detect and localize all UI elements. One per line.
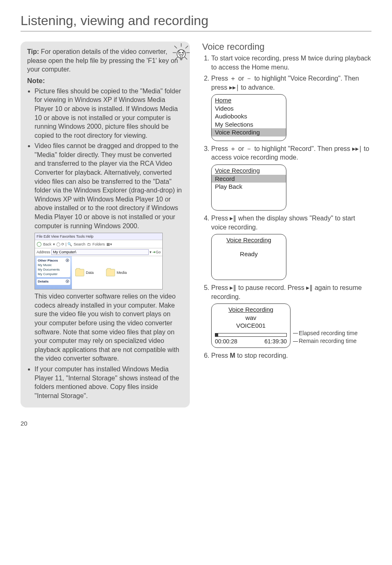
step-3: Press ＋ or － to highlight "Record". Then… [211, 144, 371, 162]
remain-time: 61:39:30 [265, 338, 287, 345]
screen-item: Videos [215, 105, 234, 112]
steps-list-6: Press M to stop recording. [202, 351, 371, 360]
details-label: Details [38, 280, 48, 284]
recording-screen-row: Voice Recording wav VOICE001 00:00:28 61… [211, 303, 371, 348]
folder-media: Media [106, 259, 127, 286]
screen-item-highlight: Record [212, 175, 286, 183]
plus-icon: ＋ [230, 145, 236, 152]
page-number: 20 [21, 420, 371, 427]
other-places-label: Other Places [38, 259, 58, 263]
rec-format: wav [215, 314, 287, 322]
sun-tip-icon [168, 40, 194, 65]
step6-a: Press [211, 352, 230, 359]
left-column: Tip: For operation details of the video … [21, 42, 190, 408]
other-places-panel: Other Placesⓧ My Music My Documents My C… [37, 258, 70, 277]
xp-main: Data Media [72, 256, 162, 289]
addr-drop: ▾ [150, 250, 152, 255]
note-list: Picture files should be copied to the "M… [27, 87, 183, 231]
steps-list-3: Press ＋ or － to highlight "Record". Then… [202, 144, 371, 162]
details-panel: Detailsⓥ [37, 279, 70, 285]
page-title: Listening, viewing and recording [21, 13, 371, 32]
back-icon: ◯ [37, 241, 42, 247]
address-label: Address [37, 250, 50, 255]
playpause-icon: ▸∥ [230, 215, 236, 222]
right-column: Voice recording To start voice recording… [202, 42, 371, 408]
screen-title: Voice Recording [215, 236, 283, 244]
folder-icon [106, 269, 115, 276]
step3-c: to highlight "Record". Then press [252, 145, 352, 152]
screen-item: Play Back [215, 183, 242, 190]
step-1: To start voice recording, press M twice … [211, 54, 371, 72]
annotations: Elapsed recording time Remain recording … [293, 306, 357, 345]
screen-title: Voice Recording [215, 167, 283, 175]
screen-title: Home [215, 96, 283, 104]
folder-label: Media [117, 270, 127, 275]
step6-b: to stop recording. [235, 352, 288, 359]
steps-list-5: Press ▸∥ to pause record. Press ▸∥ again… [202, 283, 371, 301]
view-icon: ▦▾ [106, 242, 112, 247]
tip-box: Tip: For operation details of the video … [21, 42, 190, 408]
tip-text: For operation details of the video conve… [27, 48, 178, 73]
minus-icon: － [246, 75, 252, 82]
xp-sidebar: Other Placesⓧ My Music My Documents My C… [35, 256, 72, 289]
collapse-icon: ⓧ [66, 259, 69, 263]
screen-item: Audiobooks [215, 113, 247, 120]
note-list-2: If your computer has installed Windows M… [27, 365, 183, 400]
svg-line-5 [185, 46, 188, 48]
annot-remain: Remain recording time [299, 337, 357, 345]
next-icon: ▸▸∣ [229, 84, 239, 91]
step3-a: Press [211, 145, 230, 152]
steps-list-4: Press ▸∥ when the display shows "Ready" … [202, 214, 371, 232]
folders-label: Folders [92, 242, 105, 247]
step2-a: Press [211, 75, 230, 82]
search-label: Search [74, 242, 85, 247]
device-screen-ready: Voice Recording Ready [211, 234, 286, 280]
xp-window: File Edit View Favorites Tools Help ◯ Ba… [35, 233, 163, 289]
place-item: My Documents [38, 268, 69, 272]
svg-line-9 [184, 57, 187, 59]
device-screen-vr: Voice Recording Record Play Back [211, 164, 286, 211]
tip-content: Tip: For operation details of the video … [27, 48, 178, 73]
rec-filename: VOICE001 [215, 322, 287, 330]
collapse-icon: ⓥ [66, 280, 69, 284]
screen-ready: Ready [215, 250, 283, 258]
svg-line-4 [174, 46, 177, 48]
note-item: Picture files should be copied to the "M… [35, 87, 183, 140]
svg-line-8 [175, 57, 178, 59]
step-5: Press ▸∥ to pause record. Press ▸∥ again… [211, 283, 371, 301]
plus-icon: ＋ [230, 75, 236, 82]
svg-point-11 [182, 52, 183, 53]
step-6: Press M to stop recording. [211, 351, 371, 360]
folder-icon [75, 269, 84, 276]
rec-times: 00:00:28 61:39:30 [215, 338, 287, 345]
device-screen-home: Home Videos Audiobooks My Selections Voi… [211, 94, 286, 141]
back-label: Back [43, 242, 51, 247]
note-heading: Note: [27, 76, 183, 86]
folder-label: Data [86, 270, 94, 275]
sep: ▾ ◯ ⟳ | 🔍 [53, 242, 72, 247]
annot-elapsed: Elapsed recording time [299, 329, 357, 338]
svg-point-10 [180, 52, 180, 53]
progress-fill [215, 333, 218, 336]
after-screenshot-text: This video converter software relies on … [35, 292, 183, 363]
section-heading: Voice recording [202, 42, 371, 52]
step-4: Press ▸∥ when the display shows "Ready" … [211, 214, 371, 232]
address-input[interactable] [51, 249, 149, 255]
page: Listening, viewing and recording [0, 0, 392, 435]
xp-address-bar: Address ▾ ➔ Go [35, 248, 162, 256]
device-screen-recording: Voice Recording wav VOICE001 00:00:28 61… [211, 303, 291, 348]
steps-list: To start voice recording, press M twice … [202, 54, 371, 92]
folder-data: Data [75, 259, 94, 286]
note-item: If your computer has installed Windows M… [35, 365, 183, 400]
step2-b: or [236, 75, 246, 82]
place-item: My Computer [38, 272, 69, 277]
xp-menubar: File Edit View Favorites Tools Help [35, 233, 162, 240]
step2-d: to advance. [239, 84, 275, 91]
note-item: Video files cannot be dragged and droppe… [35, 141, 183, 230]
tip-label: Tip: [27, 48, 39, 55]
playpause-icon: ▸∥ [230, 284, 236, 291]
go-icon: ➔ [152, 250, 156, 255]
folders-icon: 🗀 [87, 242, 91, 247]
screen-item: My Selections [215, 121, 253, 128]
go-label: Go [156, 250, 161, 255]
